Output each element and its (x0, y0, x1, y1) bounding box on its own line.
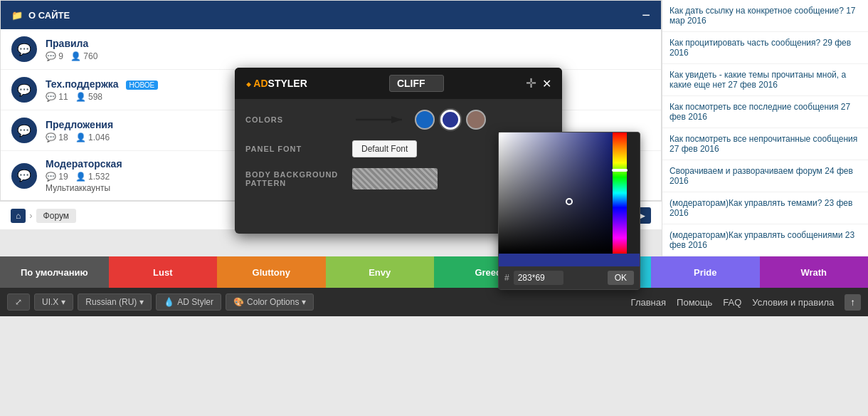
theme-wrath[interactable]: Wrath (760, 256, 869, 288)
site-section-title-group: 📁 О САЙТЕ (11, 10, 70, 21)
hex-hash: # (504, 273, 509, 283)
color-picker-popup: # OK (498, 132, 640, 290)
color-swatch-dark-blue[interactable] (440, 110, 460, 130)
theme-lust[interactable]: Lust (109, 256, 218, 288)
theme-gluttony[interactable]: Gluttony (217, 256, 326, 288)
forum-icon: 💬 (11, 118, 37, 143)
theme-default[interactable]: По умолчанию (0, 256, 109, 288)
chevron-down-icon: ▾ (302, 297, 306, 307)
forum-icon: 💬 (11, 77, 37, 103)
forum-icon: 💬 (11, 163, 37, 189)
colors-label: COLORS (245, 115, 352, 124)
forum-item-content: Правила 💬 9👤 760 (46, 38, 650, 61)
theme-dropdown[interactable]: CLIFF (389, 75, 444, 92)
adstyler-header: ⬥ ADSTYLER CLIFF ✛ ✕ (235, 68, 562, 99)
language-btn[interactable]: Russian (RU) ▾ (78, 293, 152, 311)
adstyler-brand-text: STYLER (268, 78, 307, 89)
nav-faq-link[interactable]: FAQ (723, 297, 741, 308)
color-preview-strip (499, 254, 640, 266)
breadcrumb: ⌂ › Форум (11, 209, 76, 223)
site-section-header: 📁 О САЙТЕ − (1, 1, 661, 29)
forum-item-title[interactable]: Правила (46, 38, 650, 49)
hex-input[interactable] (514, 271, 563, 285)
drag-handle[interactable]: ✛ (526, 76, 536, 91)
scroll-top-btn[interactable]: ↑ (845, 294, 861, 311)
minimize-button[interactable]: − (642, 8, 650, 22)
color-picker-gradient-area[interactable] (499, 132, 640, 254)
breadcrumb-home[interactable]: ⌂ (11, 209, 26, 223)
nav-terms-link[interactable]: Условия и правила (752, 297, 834, 308)
color-ok-button[interactable]: OK (608, 271, 634, 285)
bg-pattern-label: BODY BACKGROUND PATTERN (245, 170, 352, 187)
theme-bar: По умолчанию Lust Gluttony Envy Greed Sl… (0, 256, 868, 288)
right-panel-item[interactable]: (модераторам)Как управлять темами? 23 фе… (662, 192, 868, 224)
color-cursor (566, 198, 573, 205)
hue-handle (612, 169, 628, 172)
forum-icon: 💬 (11, 36, 37, 62)
list-item: 💬 Правила 💬 9👤 760 (1, 29, 661, 70)
adstyler-btn[interactable]: 💧 AD Styler (156, 293, 221, 311)
palette-icon: 🎨 (233, 297, 244, 307)
bg-pattern-preview[interactable] (352, 168, 438, 189)
toolbar-left: ⤢ UI.X ▾ Russian (RU) ▾ 💧 AD Styler 🎨 Co… (7, 293, 314, 311)
close-button[interactable]: ✕ (542, 77, 551, 90)
right-panel-item[interactable]: Как процитировать часть сообщения? 29 фе… (662, 32, 868, 64)
water-drop-icon: 💧 (164, 297, 174, 307)
right-panel: Как дать ссылку на конкретное сообщение?… (662, 0, 868, 256)
hue-slider[interactable] (613, 132, 627, 254)
main-wrapper: 📁 О САЙТЕ − 💬 Правила 💬 9👤 760 (0, 0, 868, 416)
right-panel-item[interactable]: Как посмотреть все непрочитанные сообщен… (662, 128, 868, 160)
breadcrumb-item[interactable]: Форум (36, 209, 76, 223)
color-picker-bottom: # OK (499, 266, 640, 289)
color-swatch-brown[interactable] (466, 110, 486, 130)
right-panel-item[interactable]: Как посмотреть все последние сообщения 2… (662, 96, 868, 128)
right-panel-item[interactable]: Как увидеть - какие темы прочитаны мной,… (662, 64, 868, 96)
folder-icon: 📁 (11, 10, 23, 21)
expand-btn[interactable]: ⤢ (7, 293, 30, 311)
color-swatch-blue[interactable] (415, 110, 435, 130)
forum-item-stats: 💬 9👤 760 (46, 51, 650, 61)
adstyler-controls: ✛ ✕ (526, 76, 551, 91)
site-section-title: О САЙТЕ (28, 10, 70, 21)
toolbar-right: Главная Помощь FAQ Условия и правила ↑ (631, 294, 861, 311)
nav-home-link[interactable]: Главная (631, 297, 666, 308)
badge-new: НОВОЕ (126, 80, 159, 90)
arrow-indicator (352, 113, 409, 127)
nav-help-link[interactable]: Помощь (677, 297, 712, 308)
bottom-toolbar: ⤢ UI.X ▾ Russian (RU) ▾ 💧 AD Styler 🎨 Co… (0, 288, 868, 316)
color-gradient-canvas[interactable] (499, 132, 613, 254)
adstyler-brand: ⬥ ADSTYLER (245, 78, 307, 89)
colors-setting-row: COLORS (245, 110, 551, 130)
expand-icon: ⤢ (15, 297, 22, 307)
chevron-down-icon: ▾ (61, 297, 65, 307)
right-panel-item[interactable]: Как дать ссылку на конкретное сообщение?… (662, 0, 868, 32)
panel-font-label: PANEL FONT (245, 145, 352, 153)
adstyler-theme-select: CLIFF (389, 75, 444, 92)
theme-envy[interactable]: Envy (326, 256, 435, 288)
theme-pride[interactable]: Pride (651, 256, 760, 288)
color-options-btn[interactable]: 🎨 Color Options ▾ (226, 293, 314, 311)
right-panel-item[interactable]: (модераторам)Как управлять сообщениями 2… (662, 224, 868, 256)
right-panel-item[interactable]: Сворачиваем и разворачиваем форум 24 фев… (662, 160, 868, 192)
chevron-down-icon: ▾ (139, 297, 144, 307)
colors-value (352, 110, 551, 130)
ui-x-btn[interactable]: UI.X ▾ (34, 293, 73, 311)
default-font-btn[interactable]: Default Font (352, 140, 417, 157)
